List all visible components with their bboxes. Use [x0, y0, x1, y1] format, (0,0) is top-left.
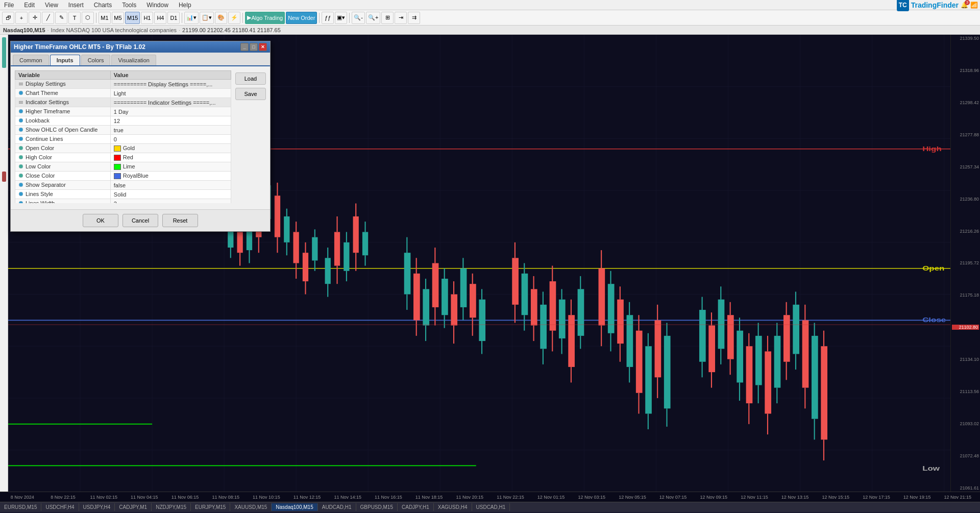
ls-btn-1[interactable]: [2, 37, 6, 68]
menu-item-file[interactable]: File: [2, 2, 16, 9]
sym-tab-2[interactable]: USDJPY,H4: [79, 503, 115, 511]
grid-btn[interactable]: ⊞: [381, 12, 394, 24]
table-row[interactable]: Show Separator false: [15, 181, 231, 190]
sym-tab-11[interactable]: XAGUSD,H4: [434, 503, 472, 511]
row-value: 0: [110, 135, 231, 144]
sym-tab-10[interactable]: CADJPY,H1: [398, 503, 434, 511]
dialog-minimize-btn[interactable]: _: [240, 43, 249, 51]
zoom-out-chart-btn[interactable]: 🔍-: [352, 12, 365, 24]
autoscroll-btn[interactable]: ⇉: [408, 12, 420, 24]
crosshair-btn[interactable]: ✛: [29, 12, 41, 24]
chart-description: Index NASDAQ 100 USA technological compa…: [51, 27, 177, 33]
chart-type-btn[interactable]: 📊▾: [184, 12, 199, 24]
menu-item-insert[interactable]: Insert: [66, 2, 86, 9]
tf-m15-btn[interactable]: M15: [125, 12, 140, 24]
sym-tab-6[interactable]: XAUUSD,M15: [230, 503, 272, 511]
table-row[interactable]: Lines Style Solid: [15, 190, 231, 199]
row-variable: Continue Lines: [15, 135, 111, 144]
time-label-21: 12 Nov 17:15: [856, 495, 897, 500]
reset-btn[interactable]: Reset: [162, 214, 198, 227]
svg-rect-186: [821, 346, 827, 439]
tf-h1-btn[interactable]: H1: [141, 12, 153, 24]
objects-btn[interactable]: ▣▾: [335, 12, 347, 24]
dialog-scroll-area[interactable]: Variable Value Display Settings ========…: [15, 70, 231, 203]
row-value: Solid: [110, 190, 231, 199]
time-label-12: 11 Nov 22:15: [490, 495, 531, 500]
cancel-btn[interactable]: Cancel: [122, 214, 158, 227]
svg-rect-93: [470, 284, 476, 317]
row-value: Light: [110, 89, 231, 98]
dialog-titlebar[interactable]: Higher TimeFrame OHLC MT5 - By TFlab 1.0…: [11, 41, 270, 53]
menu-item-help[interactable]: Help: [177, 2, 193, 9]
table-row[interactable]: Indicator Settings ========== Indicator …: [15, 98, 231, 107]
sym-tab-7[interactable]: Nasdaq100,M15: [272, 503, 317, 511]
logo-icon: TC: [897, 0, 909, 11]
row-value: 1 Day: [110, 107, 231, 116]
dialog-tab-visualization[interactable]: Visualization: [111, 55, 156, 65]
dialog-close-btn[interactable]: ✕: [259, 43, 267, 51]
params-tbody: Display Settings ========== Display Sett…: [15, 80, 231, 204]
new-chart-btn[interactable]: 🗗: [2, 12, 14, 24]
chart-separator2: ·: [179, 27, 180, 33]
indicators-btn[interactable]: ƒƒ: [322, 12, 334, 24]
new-order-btn[interactable]: New Order: [286, 12, 317, 24]
zoom-in-btn[interactable]: +: [15, 12, 28, 24]
sym-tab-0[interactable]: EURUSD,M15: [0, 503, 41, 511]
table-row[interactable]: Lines Width 2: [15, 199, 231, 204]
dialog-maximize-btn[interactable]: □: [250, 43, 258, 51]
dialog-tab-colors[interactable]: Colors: [81, 55, 111, 65]
sym-tab-1[interactable]: USDCHF,H4: [41, 503, 79, 511]
table-row[interactable]: High Color Red: [15, 153, 231, 162]
color-scheme-btn[interactable]: 🎨: [215, 12, 227, 24]
menu-bar: File Edit View Insert Charts Tools Windo…: [0, 0, 980, 10]
load-btn[interactable]: Load: [235, 72, 266, 85]
table-row[interactable]: Display Settings ========== Display Sett…: [15, 80, 231, 89]
line-btn[interactable]: ╱: [42, 12, 54, 24]
sym-tab-3[interactable]: CADJPY,M1: [115, 503, 152, 511]
dialog-tab-inputs[interactable]: Inputs: [50, 55, 80, 65]
menu-item-tools[interactable]: Tools: [120, 2, 138, 9]
tf-d1-btn[interactable]: D1: [167, 12, 180, 24]
algo-trading-btn[interactable]: ▶ Algo Trading: [245, 12, 285, 24]
menu-item-charts[interactable]: Charts: [92, 2, 114, 9]
table-row[interactable]: Show OHLC of Open Candle true: [15, 126, 231, 135]
svg-rect-129: [617, 300, 624, 344]
period-sep-btn[interactable]: ⚡: [228, 12, 240, 24]
sym-tab-5[interactable]: EURJPY,M15: [191, 503, 230, 511]
svg-rect-54: [312, 237, 317, 261]
svg-rect-117: [568, 315, 575, 367]
menu-item-edit[interactable]: Edit: [22, 2, 37, 9]
row-value: ========== Indicator Settings =====,...: [110, 98, 231, 107]
tf-m1-btn[interactable]: M1: [99, 12, 111, 24]
table-row[interactable]: Higher Timeframe 1 Day: [15, 107, 231, 116]
sym-tab-9[interactable]: GBPUSD,M15: [356, 503, 398, 511]
table-row[interactable]: Lookback 12: [15, 116, 231, 126]
sym-tab-8[interactable]: AUDCAD,H1: [318, 503, 356, 511]
table-row[interactable]: Close Color RoyalBlue: [15, 172, 231, 181]
text-btn[interactable]: T: [68, 12, 81, 24]
menu-item-window[interactable]: Window: [144, 2, 170, 9]
table-row[interactable]: Low Color Lime: [15, 162, 231, 172]
svg-point-201: [19, 109, 23, 113]
menu-item-view[interactable]: View: [43, 2, 60, 9]
row-value: ========== Display Settings =====,...: [110, 80, 231, 89]
table-row[interactable]: Open Color Gold: [15, 144, 231, 153]
template-btn[interactable]: 📋▾: [200, 12, 214, 24]
shapes-btn[interactable]: ⬡: [82, 12, 94, 24]
ls-btn-2[interactable]: [2, 172, 6, 182]
dialog-titlebar-btns: _ □ ✕: [240, 43, 267, 51]
sym-tab-12[interactable]: USDCAD,H1: [472, 503, 510, 511]
sym-tab-4[interactable]: NZDJPY,M15: [152, 503, 191, 511]
tf-h4-btn[interactable]: H4: [154, 12, 166, 24]
pencil-btn[interactable]: ✎: [55, 12, 67, 24]
dialog-tabs: Common Inputs Colors Visualization: [11, 53, 270, 66]
save-btn[interactable]: Save: [235, 88, 266, 100]
table-row[interactable]: Continue Lines 0: [15, 135, 231, 144]
zoom-in-chart-btn[interactable]: 🔍+: [366, 12, 380, 24]
scroll-end-btn[interactable]: ⇥: [395, 12, 407, 24]
ok-btn[interactable]: OK: [83, 214, 118, 227]
tf-m5-btn[interactable]: M5: [112, 12, 124, 24]
dialog-tab-common[interactable]: Common: [13, 55, 49, 65]
notif-icon[interactable]: 🔔 3: [961, 2, 968, 9]
table-row[interactable]: Chart Theme Light: [15, 89, 231, 98]
